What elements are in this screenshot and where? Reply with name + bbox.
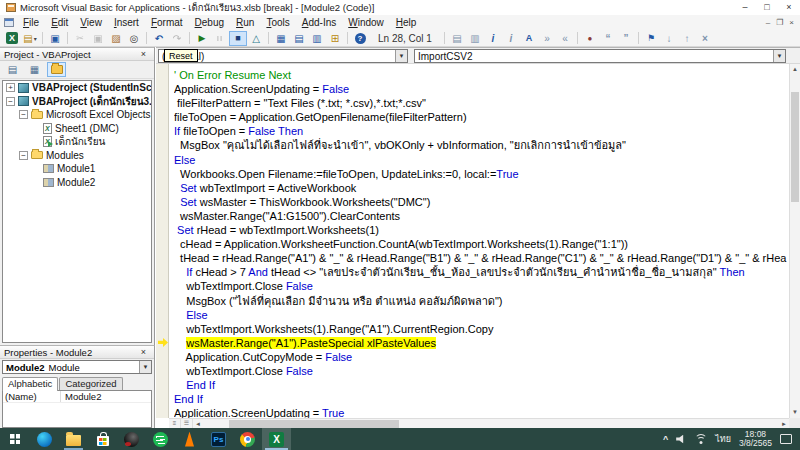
expand-toggle-icon[interactable]: +: [6, 83, 15, 92]
view-code-button[interactable]: ▤: [3, 62, 22, 77]
menu-insert[interactable]: Insert: [108, 17, 145, 28]
run-button[interactable]: ▶: [193, 31, 211, 46]
paste-button[interactable]: ▨: [107, 31, 125, 46]
code-line[interactable]: wbTextImport.Close False: [174, 364, 789, 378]
code-line[interactable]: Set wsMaster = ThisWorkbook.Worksheets("…: [174, 195, 789, 209]
object-browser-button[interactable]: ▥: [308, 31, 326, 46]
menu-file[interactable]: File: [17, 17, 45, 28]
uncomment-block-button[interactable]: ”: [617, 31, 635, 46]
property-row[interactable]: (Name) Module2: [3, 391, 151, 403]
close-button[interactable]: ×: [778, 0, 800, 15]
clock[interactable]: 18:08 3/8/2565: [739, 430, 772, 449]
code-line[interactable]: Set wbTextImport = ActiveWorkbook: [174, 181, 789, 195]
next-bookmark-button[interactable]: ↓: [660, 31, 678, 46]
vertical-scrollbar[interactable]: ▲ ▼: [789, 64, 800, 418]
tree-item-sheet1-dmc[interactable]: Sheet1 (DMC): [3, 122, 151, 136]
file-explorer-icon[interactable]: [59, 428, 88, 450]
code-line[interactable]: Application.ScreenUpdating = False: [174, 82, 789, 96]
code-line[interactable]: Workbooks.Open Filename:=fileToOpen, Upd…: [174, 167, 789, 181]
code-line[interactable]: Else: [174, 153, 789, 167]
scroll-left-icon[interactable]: ◄: [193, 421, 203, 427]
view-excel-button[interactable]: X: [3, 31, 21, 46]
tab-categorized[interactable]: Categorized: [59, 377, 122, 390]
outdent-button[interactable]: «: [556, 31, 574, 46]
horizontal-scrollbar[interactable]: ≡ ☰ ◄ ►: [169, 418, 789, 428]
help-button[interactable]: ?: [351, 31, 369, 46]
menu-addins[interactable]: Add-Ins: [296, 17, 342, 28]
edge-icon[interactable]: [30, 428, 59, 450]
mdi-restore-button[interactable]: ❐: [776, 18, 783, 27]
toggle-folders-button[interactable]: [47, 62, 66, 77]
comment-block-button[interactable]: “: [599, 31, 617, 46]
code-margin-bar[interactable]: [156, 64, 169, 418]
undo-button[interactable]: ↶: [150, 31, 168, 46]
maximize-button[interactable]: □: [756, 0, 778, 15]
menu-edit[interactable]: Edit: [45, 17, 74, 28]
wifi-icon[interactable]: [694, 434, 707, 444]
scrollbar-thumb[interactable]: [791, 92, 799, 202]
code-line[interactable]: wbTextImport.Worksheets(1).Range("A1").C…: [174, 322, 789, 336]
mdi-close-button[interactable]: ×: [789, 18, 794, 27]
redo-button[interactable]: ↷: [168, 31, 186, 46]
expand-toggle-icon[interactable]: −: [6, 97, 15, 106]
code-line[interactable]: fileFilterPattern = "Text Files (*.txt; …: [174, 96, 789, 110]
spotify-icon[interactable]: [146, 428, 175, 450]
menu-help[interactable]: Help: [390, 17, 423, 28]
toolbox-button[interactable]: ⊞: [326, 31, 344, 46]
scroll-down-icon[interactable]: ▼: [790, 407, 800, 418]
tree-item-module1[interactable]: Module1: [3, 162, 151, 176]
properties-object-selector[interactable]: Module2 Module ▼: [2, 360, 152, 374]
find-button[interactable]: ◎: [125, 31, 143, 46]
menu-window[interactable]: Window: [342, 17, 390, 28]
code-line[interactable]: MsgBox "คุณไม่ได้เลือกไฟล์ที่จะนำเข้า", …: [174, 138, 789, 152]
menu-run[interactable]: Run: [230, 17, 260, 28]
indent-button[interactable]: »: [538, 31, 556, 46]
code-line[interactable]: Else: [174, 308, 789, 322]
parameter-info-button[interactable]: i: [502, 31, 520, 46]
code-line[interactable]: tHead = rHead.Range("A1") & "_" & rHead.…: [174, 251, 789, 265]
code-line[interactable]: cHead = Application.WorksheetFunction.Co…: [174, 237, 789, 251]
complete-word-button[interactable]: A: [520, 31, 538, 46]
project-panel-close-icon[interactable]: ×: [137, 49, 150, 59]
expand-toggle-icon[interactable]: −: [19, 151, 28, 160]
menu-view[interactable]: View: [74, 17, 108, 28]
tree-item-module2[interactable]: Module2: [3, 176, 151, 190]
scroll-up-icon[interactable]: ▲: [790, 64, 800, 75]
action-center-icon[interactable]: [780, 434, 792, 444]
properties-panel-close-icon[interactable]: ×: [137, 347, 150, 357]
store-icon[interactable]: [88, 428, 117, 450]
chevron-down-icon[interactable]: ▼: [773, 50, 785, 62]
code-editor[interactable]: ' On Error Resume NextApplication.Screen…: [170, 64, 789, 418]
code-line[interactable]: MsgBox ("ไฟล์ที่คุณเลือก มีจำนวน หรือ ตำ…: [174, 294, 789, 308]
code-line[interactable]: End If: [174, 378, 789, 392]
code-line[interactable]: Application.ScreenUpdating = True: [174, 406, 789, 418]
vlc-icon[interactable]: [175, 428, 204, 450]
minimize-button[interactable]: –: [734, 0, 756, 15]
volume-icon[interactable]: [676, 435, 686, 444]
reset-button[interactable]: ■: [229, 31, 247, 46]
design-mode-button[interactable]: △: [247, 31, 265, 46]
tree-item-vbaproject-3-xlsb[interactable]: −VBAProject (เด็กนักเรียน3.xlsb): [3, 95, 151, 109]
code-line[interactable]: wsMaster.Range("A1").PasteSpecial xlPast…: [174, 336, 789, 350]
clear-bookmarks-button[interactable]: ×: [696, 31, 714, 46]
copy-button[interactable]: ▣: [89, 31, 107, 46]
code-line[interactable]: wbTextImport.Close False: [174, 279, 789, 293]
view-object-button[interactable]: ▦: [25, 62, 44, 77]
tab-alphabetic[interactable]: Alphabetic: [2, 377, 58, 391]
code-line[interactable]: wsMaster.Range("A1:G1500").ClearContents: [174, 209, 789, 223]
scrollbar-thumb[interactable]: [229, 420, 399, 428]
excel-icon[interactable]: [262, 428, 291, 450]
properties-window-button[interactable]: ▤: [290, 31, 308, 46]
expand-toggle-icon[interactable]: −: [19, 110, 28, 119]
break-button[interactable]: II: [211, 31, 229, 46]
dark-app-icon[interactable]: [117, 428, 146, 450]
procedure-dropdown[interactable]: ImportCSV2 ▼: [414, 49, 786, 63]
code-line[interactable]: fileToOpen = Application.GetOpenFilename…: [174, 110, 789, 124]
scroll-right-icon[interactable]: ►: [779, 421, 789, 427]
show-hidden-icons-icon[interactable]: ^: [663, 434, 668, 444]
toggle-bookmark-button[interactable]: ⚑: [642, 31, 660, 46]
code-line[interactable]: ' On Error Resume Next: [174, 68, 789, 82]
full-module-view-button[interactable]: ☰: [181, 419, 193, 428]
cut-button[interactable]: ✂: [71, 31, 89, 46]
code-line[interactable]: End If: [174, 392, 789, 406]
